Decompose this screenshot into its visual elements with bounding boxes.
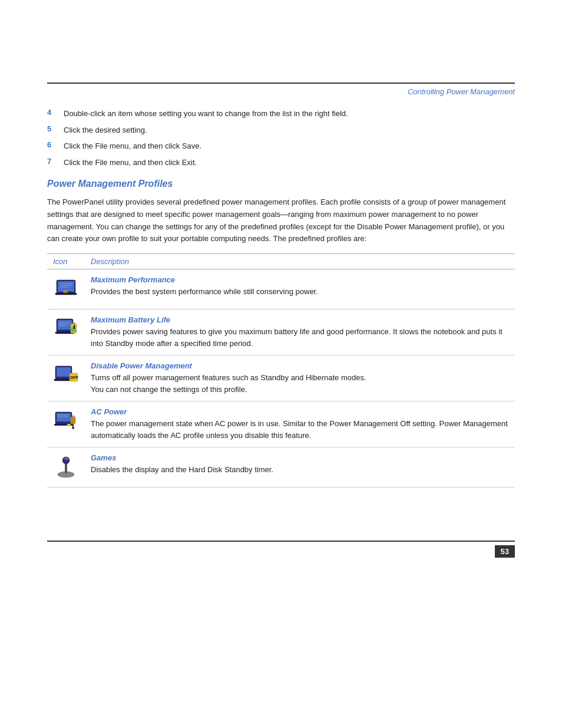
profile-desc-max-perf: Provides the best system performance whi… xyxy=(91,287,318,296)
icon-cell-max-bat xyxy=(47,309,85,355)
svg-rect-16 xyxy=(72,322,75,324)
laptop-performance-icon: PERF xyxy=(53,275,79,301)
profile-name-games: Games xyxy=(91,453,509,462)
svg-rect-30 xyxy=(72,416,73,417)
section-title: Power Management Profiles xyxy=(47,179,515,189)
svg-text:OFF: OFF xyxy=(70,375,79,380)
games-icon xyxy=(53,453,79,479)
list-item: 4 Double-click an item whose setting you… xyxy=(47,108,515,120)
svg-rect-31 xyxy=(74,416,75,417)
icon-cell-games xyxy=(47,447,85,487)
bottom-row: 53 xyxy=(0,542,562,561)
svg-point-33 xyxy=(72,427,74,429)
list-item: 7 Click the File menu, and then click Ex… xyxy=(47,157,515,169)
step-text-7: Click the File menu, and then click Exit… xyxy=(64,157,197,169)
step-num-4: 4 xyxy=(47,108,64,117)
page-number: 53 xyxy=(495,545,515,558)
col-desc-header: Description xyxy=(85,254,515,269)
icon-cell-ac xyxy=(47,401,85,447)
profile-desc-ac: The power management state when AC power… xyxy=(91,419,508,440)
desc-cell-ac: AC Power The power management state when… xyxy=(85,401,515,447)
step-text-6: Click the File menu, and then click Save… xyxy=(64,140,201,152)
table-row: AC Power The power management state when… xyxy=(47,401,515,447)
step-text-4: Double-click an item whose setting you w… xyxy=(64,108,348,120)
svg-rect-29 xyxy=(71,417,75,424)
page-container: Controlling Power Management 4 Double-cl… xyxy=(0,83,562,728)
icon-cell-disable: OFF xyxy=(47,355,85,401)
profile-name-ac: AC Power xyxy=(91,407,509,416)
svg-rect-34 xyxy=(67,424,71,426)
profile-name-disable: Disable Power Management xyxy=(91,361,509,370)
profile-desc-games: Disables the display and the Hard Disk S… xyxy=(91,465,273,474)
table-row: PERF Maximum Performance Provides the be… xyxy=(47,269,515,309)
intro-text: The PowerPanel utility provides several … xyxy=(47,196,515,245)
list-item: 6 Click the File menu, and then click Sa… xyxy=(47,140,515,152)
table-row: OFF Disable Power Management Turns off a… xyxy=(47,355,515,401)
list-item: 5 Click the desired setting. xyxy=(47,124,515,136)
desc-cell-max-bat: Maximum Battery Life Provides power savi… xyxy=(85,309,515,355)
step-text-5: Click the desired setting. xyxy=(64,124,147,136)
step-num-6: 6 xyxy=(47,140,64,149)
desc-cell-disable: Disable Power Management Turns off all p… xyxy=(85,355,515,401)
header-row: Controlling Power Management xyxy=(0,84,562,102)
step-num-7: 7 xyxy=(47,157,64,166)
svg-rect-20 xyxy=(57,367,71,377)
table-row: Maximum Battery Life Provides power savi… xyxy=(47,309,515,355)
svg-text:PERF: PERF xyxy=(64,291,71,294)
profile-desc-disable: Turns off all power management features … xyxy=(91,373,366,394)
disable-power-icon: OFF xyxy=(53,361,79,387)
profile-desc-max-bat: Provides power saving features to give y… xyxy=(91,327,503,348)
content-area: 4 Double-click an item whose setting you… xyxy=(0,102,562,487)
bottom-spacer xyxy=(0,493,562,541)
profile-name-max-perf: Maximum Performance xyxy=(91,275,509,284)
battery-life-icon xyxy=(53,315,79,341)
svg-rect-25 xyxy=(57,413,71,421)
table-row: Games Disables the display and the Hard … xyxy=(47,447,515,487)
step-num-5: 5 xyxy=(47,124,64,133)
profile-name-max-bat: Maximum Battery Life xyxy=(91,315,509,324)
header-title: Controlling Power Management xyxy=(408,87,515,96)
desc-cell-games: Games Disables the display and the Hard … xyxy=(85,447,515,487)
icon-cell-max-perf: PERF xyxy=(47,269,85,309)
col-icon-header: Icon xyxy=(47,254,85,269)
numbered-list: 4 Double-click an item whose setting you… xyxy=(47,108,515,168)
desc-cell-max-perf: Maximum Performance Provides the best sy… xyxy=(85,269,515,309)
profiles-table: Icon Description xyxy=(47,253,515,487)
svg-rect-10 xyxy=(58,320,72,330)
ac-power-icon xyxy=(53,407,79,433)
